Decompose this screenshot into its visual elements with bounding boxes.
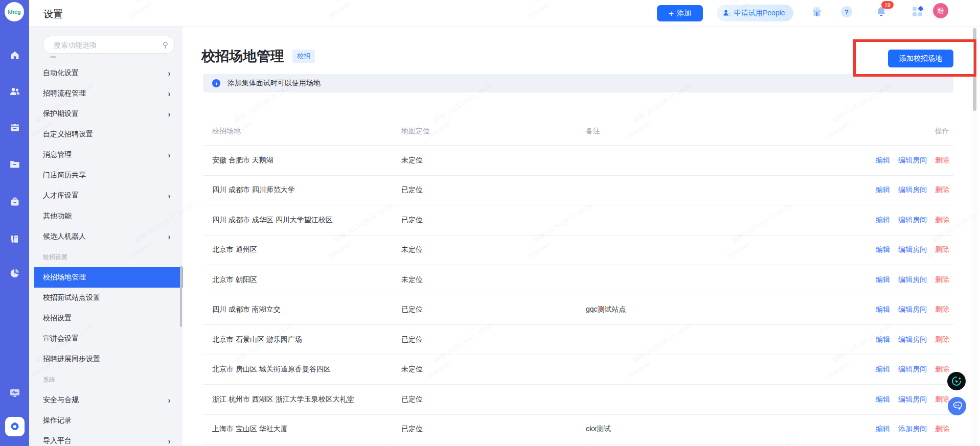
actions-cell: 编辑添加房间删除 xyxy=(856,425,953,434)
delete-link[interactable]: 删除 xyxy=(935,395,949,404)
table-header: 校招场地地图定位备注操作 xyxy=(203,118,953,146)
location-status-cell: 未定位 xyxy=(401,275,586,285)
table-row: 四川 成都市 南湖立交已定位gqc测试站点编辑编辑房间删除 xyxy=(203,295,953,325)
pie-chart-icon[interactable] xyxy=(0,267,29,279)
sidebar-item[interactable]: 操作记录 xyxy=(29,410,183,431)
apps-grid-icon[interactable] xyxy=(911,5,924,18)
sidebar-item[interactable]: 导入平台› xyxy=(29,431,183,446)
location-status-cell: 已定位 xyxy=(401,395,586,404)
note-cell: gqc测试站点 xyxy=(586,305,856,314)
delete-link[interactable]: 删除 xyxy=(935,185,949,195)
location-status-cell: 未定位 xyxy=(401,365,586,374)
sidebar-item[interactable]: 招聘进展同步设置 xyxy=(29,349,183,369)
chat-icon xyxy=(951,401,963,412)
edit-link[interactable]: 编辑 xyxy=(876,185,890,195)
settings-icon[interactable] xyxy=(0,417,29,436)
column-header: 地图定位 xyxy=(401,127,586,136)
rooms-link[interactable]: 编辑房间 xyxy=(898,156,927,165)
table-row: 北京市 石景山区 游乐园广场已定位编辑编辑房间删除 xyxy=(203,325,953,355)
main-content: 校招场地管理 校招 添加校招场地 i 添加集体面试时可以使用场地 校招场地地图定… xyxy=(183,27,980,446)
content-title: 校招场地管理 xyxy=(201,47,284,65)
edit-link[interactable]: 编辑 xyxy=(876,335,890,344)
sidebar-item[interactable]: 校招场地管理 xyxy=(34,267,183,288)
sidebar-scrollbar[interactable] xyxy=(180,266,182,327)
avatar[interactable]: 盼 xyxy=(933,3,948,18)
edit-link[interactable]: 编辑 xyxy=(876,275,890,285)
sidebar-item[interactable]: 保护期设置› xyxy=(29,104,183,124)
venue-cell: 浙江 杭州市 西湖区 浙江大学玉泉校区大礼堂 xyxy=(203,395,401,404)
books-icon[interactable] xyxy=(0,233,29,245)
gift-icon[interactable] xyxy=(810,5,824,18)
rooms-link[interactable]: 编辑房间 xyxy=(898,335,927,344)
sidebar-item[interactable]: 宣讲会设置 xyxy=(29,328,183,349)
search-input[interactable] xyxy=(54,41,163,49)
delete-link[interactable]: 删除 xyxy=(935,425,949,434)
trial-people-button[interactable]: 申请试用People xyxy=(717,5,793,21)
sidebar-item[interactable]: 自动化设置› xyxy=(29,63,183,83)
location-status-cell: 已定位 xyxy=(401,305,586,314)
venue-cell: 北京市 通州区 xyxy=(203,245,401,254)
plus-icon: + xyxy=(669,9,674,18)
delete-link[interactable]: 删除 xyxy=(935,156,949,165)
top-bar: 设置 + 添加 申请试用People ? 19 盼 xyxy=(29,0,980,27)
sidebar-section-label: 校招设置 xyxy=(29,247,183,267)
sidebar-item[interactable]: 校招面试站点设置 xyxy=(29,288,183,308)
delete-link[interactable]: 删除 xyxy=(935,275,949,285)
rooms-link[interactable]: 添加房间 xyxy=(898,425,927,434)
sidebar-item[interactable]: 招聘流程管理› xyxy=(29,83,183,104)
rooms-link[interactable]: 编辑房间 xyxy=(898,395,927,404)
delete-link[interactable]: 删除 xyxy=(935,216,949,225)
add-venue-button[interactable]: 添加校招场地 xyxy=(888,50,953,67)
sidebar-item[interactable]: 校招设置 xyxy=(29,308,183,328)
venue-cell: 北京市 朝阳区 xyxy=(203,275,401,285)
edit-link[interactable]: 编辑 xyxy=(876,395,890,404)
brand-logo[interactable]: khcg xyxy=(5,2,24,21)
venue-cell: 北京市 房山区 城关街道原香曼谷四区 xyxy=(203,365,401,374)
rooms-link[interactable]: 编辑房间 xyxy=(898,216,927,225)
edit-link[interactable]: 编辑 xyxy=(876,245,890,254)
help-icon[interactable]: ? xyxy=(840,5,853,18)
sidebar-item[interactable]: 自定义招聘设置 xyxy=(29,124,183,145)
monitor-icon[interactable] xyxy=(0,387,29,399)
edit-link[interactable]: 编辑 xyxy=(876,365,890,374)
rooms-link[interactable]: 编辑房间 xyxy=(898,245,927,254)
rooms-link[interactable]: 编辑房间 xyxy=(898,365,927,374)
sidebar-item[interactable]: 安全与合规› xyxy=(29,390,183,410)
sidebar-search[interactable]: ⚲ xyxy=(43,36,175,54)
delete-link[interactable]: 删除 xyxy=(935,335,949,344)
actions-cell: 编辑编辑房间删除 xyxy=(856,275,953,285)
rooms-link[interactable]: 编辑房间 xyxy=(898,185,927,195)
add-button[interactable]: + 添加 xyxy=(657,5,703,21)
sidebar-item[interactable]: 门店简历共享 xyxy=(29,165,183,185)
location-status-cell: 已定位 xyxy=(401,335,586,344)
venue-cell: 北京市 石景山区 游乐园广场 xyxy=(203,335,401,344)
chevron-right-icon: › xyxy=(168,232,170,242)
delete-link[interactable]: 删除 xyxy=(935,305,949,314)
folder-icon[interactable] xyxy=(0,158,29,170)
main-scrollbar[interactable] xyxy=(972,27,977,446)
home-icon[interactable] xyxy=(0,49,29,61)
sidebar-item[interactable]: 消息管理› xyxy=(29,145,183,165)
column-header: 备注 xyxy=(586,127,856,136)
feedback-chat-button[interactable] xyxy=(948,397,966,415)
ai-icon xyxy=(951,375,962,387)
ai-assistant-button[interactable] xyxy=(947,372,966,390)
actions-cell: 编辑编辑房间删除 xyxy=(856,185,953,195)
sidebar-item[interactable]: 其他功能 xyxy=(29,206,183,226)
sidebar-item[interactable]: 候选人机器人› xyxy=(29,226,183,247)
calendar-icon[interactable] xyxy=(0,121,29,133)
location-status-cell: 已定位 xyxy=(401,185,586,195)
delete-link[interactable]: 删除 xyxy=(935,365,949,374)
rooms-link[interactable]: 编辑房间 xyxy=(898,275,927,285)
sidebar-item[interactable]: 人才库设置› xyxy=(29,185,183,206)
edit-link[interactable]: 编辑 xyxy=(876,216,890,225)
main-scrollbar-thumb[interactable] xyxy=(973,28,976,111)
actions-cell: 编辑编辑房间删除 xyxy=(856,365,953,374)
edit-link[interactable]: 编辑 xyxy=(876,425,890,434)
rooms-link[interactable]: 编辑房间 xyxy=(898,305,927,314)
delete-link[interactable]: 删除 xyxy=(935,245,949,254)
edit-link[interactable]: 编辑 xyxy=(876,305,890,314)
edit-link[interactable]: 编辑 xyxy=(876,156,890,165)
briefcase-icon[interactable] xyxy=(0,196,29,208)
users-icon[interactable] xyxy=(0,85,29,98)
